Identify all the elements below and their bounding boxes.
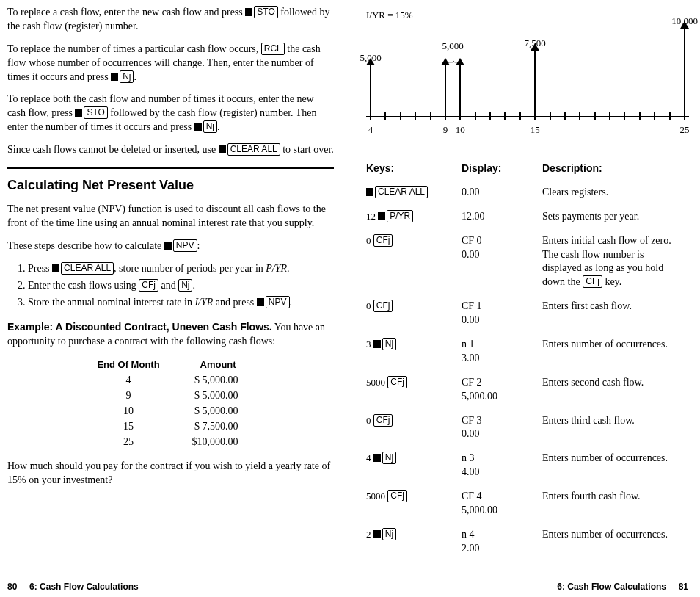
nj-key: Nj bbox=[120, 70, 134, 83]
clear-all-key: CLEAR ALL bbox=[227, 143, 280, 156]
calc-key: CFj bbox=[387, 490, 407, 502]
table-row: 0 CFjCF 0 0.00Enters initial cash flow o… bbox=[366, 231, 688, 297]
divider bbox=[7, 167, 334, 169]
cell-keys: 2 Nj bbox=[366, 525, 462, 563]
table-row: 5000 CFjCF 2 5,000.00Enters second cash … bbox=[366, 373, 688, 411]
shift-icon bbox=[75, 109, 82, 117]
table-row: 25$10,000.00 bbox=[81, 435, 260, 450]
calc-key: CLEAR ALL bbox=[375, 186, 428, 198]
table-row: 9$ 5,000.00 bbox=[81, 388, 260, 404]
iyr-var: I/YR bbox=[194, 297, 213, 308]
tick bbox=[384, 112, 386, 120]
cell-description: Enters first cash flow. bbox=[542, 297, 688, 335]
table-row: 0 CFjCF 1 0.00Enters first cash flow. bbox=[366, 297, 688, 335]
key-prefix: 0 bbox=[366, 235, 373, 246]
text: To replace a cash flow, enter the new ca… bbox=[7, 7, 245, 18]
cell-description: Enters third cash flow. bbox=[542, 411, 688, 449]
cell-month: 4 bbox=[81, 373, 175, 388]
shift-icon bbox=[164, 242, 172, 250]
calc-key: CFj bbox=[373, 414, 393, 427]
cell-amount: $10,000.00 bbox=[176, 435, 260, 450]
question: How much should you pay for the contract… bbox=[7, 460, 334, 488]
cell-keys: 0 CFj bbox=[366, 411, 462, 449]
cell-display: 12.00 bbox=[462, 207, 542, 231]
cell-keys: 12 P/YR bbox=[366, 207, 462, 231]
cell-display: CF 3 0.00 bbox=[462, 411, 542, 449]
calc-key: Nj bbox=[382, 452, 396, 464]
sto-key: STO bbox=[84, 106, 107, 119]
cell-month: 15 bbox=[81, 419, 175, 435]
tick bbox=[669, 112, 671, 120]
cell-display: CF 0 0.00 bbox=[462, 231, 542, 297]
cell-amount: $ 5,000.00 bbox=[176, 373, 260, 388]
para-clear: Since cash flows cannot be deleted or in… bbox=[7, 143, 334, 157]
cashflow-arrow bbox=[370, 65, 371, 116]
tick bbox=[654, 112, 655, 120]
sto-key: STO bbox=[254, 6, 277, 18]
text: . bbox=[290, 297, 293, 308]
calc-key: Nj bbox=[382, 528, 396, 540]
tick bbox=[504, 112, 506, 120]
tick bbox=[550, 112, 551, 120]
table-row: 15$ 7,500.00 bbox=[81, 419, 260, 435]
step-3: Store the annual nominal interest rate i… bbox=[28, 296, 334, 310]
rcl-key: RCL bbox=[261, 43, 285, 55]
example-label: Example: A Discounted Contract, Uneven C… bbox=[7, 321, 272, 333]
npv-key: NPV bbox=[173, 239, 197, 252]
col-month: End Of Month bbox=[81, 357, 175, 373]
cell-amount: $ 7,500.00 bbox=[176, 419, 260, 435]
calc-key: P/YR bbox=[387, 210, 413, 222]
cell-keys: 5000 CFj bbox=[366, 373, 462, 411]
cashflow-arrow bbox=[459, 65, 461, 116]
cell-display: CF 4 5,000.00 bbox=[462, 487, 542, 525]
text: to start over. bbox=[282, 144, 334, 155]
text: These steps describe how to calculate bbox=[7, 240, 164, 251]
table-row: 10$ 5,000.00 bbox=[81, 404, 260, 419]
tick bbox=[579, 112, 580, 120]
x-label: 10 bbox=[456, 123, 465, 137]
shift-icon bbox=[194, 123, 202, 131]
text: and bbox=[161, 280, 178, 291]
cell-keys: 3 Nj bbox=[366, 335, 462, 373]
cell-description: Enters number of occurrences. bbox=[542, 335, 688, 373]
cell-month: 25 bbox=[81, 435, 175, 450]
cell-description: Enters second cash flow. bbox=[542, 373, 688, 411]
key-prefix: 2 bbox=[366, 529, 373, 540]
brace-icon: ︷ bbox=[448, 51, 459, 69]
example-para: Example: A Discounted Contract, Uneven C… bbox=[7, 320, 334, 349]
cashflow-arrow bbox=[445, 65, 446, 116]
cell-month: 10 bbox=[81, 404, 175, 419]
col-amount: Amount bbox=[176, 357, 260, 373]
pyr-var: P/YR bbox=[266, 263, 287, 274]
steps-lead: These steps describe how to calculate NP… bbox=[7, 239, 334, 253]
x-label: 25 bbox=[680, 123, 690, 137]
cell-month: 9 bbox=[81, 388, 175, 404]
key-prefix: 5000 bbox=[366, 491, 387, 502]
shift-icon bbox=[52, 264, 59, 272]
table-row: 0 CFjCF 3 0.00Enters third cash flow. bbox=[366, 411, 688, 449]
cell-keys: 5000 CFj bbox=[366, 487, 462, 525]
shift-icon bbox=[257, 298, 264, 306]
calc-key: CFj bbox=[387, 376, 407, 388]
cell-description: Enters number of occurrences. bbox=[542, 449, 688, 487]
right-page: I/YR = 15% 491015255,0007,50010,000︷5,00… bbox=[350, 0, 700, 597]
shift-icon bbox=[366, 188, 373, 196]
shift-icon bbox=[245, 8, 252, 16]
iyr-label: I/YR = 15% bbox=[366, 9, 413, 22]
text: To replace the number of times a particu… bbox=[7, 43, 261, 54]
shift-icon bbox=[373, 530, 381, 538]
text: : bbox=[197, 240, 200, 251]
para-replace-both: To replace both the cash flow and number… bbox=[7, 93, 334, 134]
cell-display: n 1 3.00 bbox=[462, 335, 542, 373]
cfj-key: CFj bbox=[139, 279, 158, 292]
cell-display: CF 1 0.00 bbox=[462, 297, 542, 335]
key-prefix: 3 bbox=[366, 339, 373, 350]
text: , store number of periods per year in bbox=[114, 263, 266, 274]
cell-description: Clears registers. bbox=[542, 183, 688, 207]
tick bbox=[594, 112, 596, 120]
brace-value: 5,000 bbox=[442, 40, 463, 53]
para-replace-cf: To replace a cash flow, enter the new ca… bbox=[7, 6, 334, 34]
shift-icon bbox=[378, 212, 385, 220]
table-row: 2 Njn 4 2.00Enters number of occurrences… bbox=[366, 525, 688, 563]
left-page: To replace a cash flow, enter the new ca… bbox=[0, 0, 350, 597]
